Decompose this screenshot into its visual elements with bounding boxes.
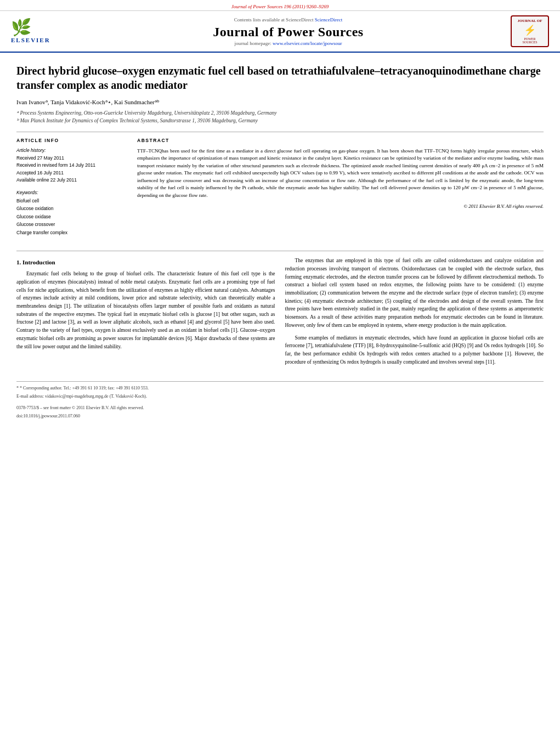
history-group: Article history: Received 27 May 2011 Re… <box>16 148 126 184</box>
intro-text-left: Enzymatic fuel cells belong to the group… <box>16 270 275 350</box>
doi-note: doi:10.1016/j.jpowsour.2011.07.060 <box>16 413 544 420</box>
keyword-2: Glucose oxidation <box>16 205 126 212</box>
history-label: Article history: <box>16 148 126 153</box>
badge-icon: ⚡ <box>514 24 546 36</box>
abstract-text: TTF–TCNQhas been used for the first time… <box>137 148 544 200</box>
intro-para-3: Some examples of mediators in enzymatic … <box>285 334 544 366</box>
badge-title-line1: JOURNAL OF <box>514 19 546 23</box>
body-col-left: 1. Introduction Enzymatic fuel cells bel… <box>16 257 275 370</box>
keyword-3: Glucose oxidase <box>16 213 126 220</box>
abstract-paragraph: TTF–TCNQhas been used for the first time… <box>137 148 544 200</box>
footnote-corresponding: * * Corresponding author. Tel.: +49 391 … <box>16 385 544 392</box>
journal-top-bar: Journal of Power Sources 196 (2011) 9260… <box>0 0 560 11</box>
authors: Ivan Ivanovᵃ, Tanja Vidaković-Kochᵃ⋆, Ka… <box>16 99 544 106</box>
dates-group: Received 27 May 2011 Received in revised… <box>16 155 126 184</box>
page-footer: * * Corresponding author. Tel.: +49 391 … <box>16 381 544 420</box>
elsevier-tree-icon: 🌿 <box>11 19 31 36</box>
article-info-col: ARTICLE INFO Article history: Received 2… <box>16 138 126 242</box>
abstract-col: ABSTRACT TTF–TCNQhas been used for the f… <box>137 138 544 242</box>
sciencedirect-link: Contents lists available at ScienceDirec… <box>77 17 500 22</box>
intro-heading-title: Introduction <box>22 259 55 265</box>
accepted-date: Accepted 16 July 2011 <box>16 169 126 177</box>
intro-text-right: The enzymes that are employed in this ty… <box>285 257 544 366</box>
keywords-list: Biofuel cell Glucose oxidation Glucose o… <box>16 197 126 236</box>
divider-2 <box>16 251 544 251</box>
keywords-group: Keywords: Biofuel cell Glucose oxidation… <box>16 190 126 236</box>
footer-copyright-row: 0378-7753/$ – see front matter © 2011 El… <box>16 405 544 420</box>
badge-box: JOURNAL OF ⚡ POWER SOURCES <box>511 15 549 47</box>
intro-para-2: The enzymes that are employed in this ty… <box>285 257 544 329</box>
intro-heading: 1. Introduction <box>16 259 275 265</box>
journal-badge: JOURNAL OF ⚡ POWER SOURCES <box>511 15 549 47</box>
copyright: © 2011 Elsevier B.V. All rights reserved… <box>137 203 544 209</box>
intro-para-1: Enzymatic fuel cells belong to the group… <box>16 270 275 350</box>
corresponding-note: * Corresponding author. Tel.: +49 391 61… <box>20 386 149 391</box>
issn-note: 0378-7753/$ – see front matter © 2011 El… <box>16 405 544 412</box>
affiliations: ᵃ Process Systems Engineering, Otto-von-… <box>16 109 544 125</box>
affiliation-a: ᵃ Process Systems Engineering, Otto-von-… <box>16 109 544 117</box>
journal-homepage: journal homepage: www.elsevier.com/locat… <box>77 41 500 46</box>
abstract-label: ABSTRACT <box>137 138 544 143</box>
journal-center: Contents lists available at ScienceDirec… <box>77 17 500 46</box>
body-content: 1. Introduction Enzymatic fuel cells bel… <box>16 257 544 370</box>
divider-1 <box>16 132 544 132</box>
keyword-5: Charge transfer complex <box>16 229 126 236</box>
main-content: Direct hybrid glucose–oxygen enzymatic f… <box>0 53 560 432</box>
article-title: Direct hybrid glucose–oxygen enzymatic f… <box>16 64 544 92</box>
sciencedirect-url[interactable]: ScienceDirect <box>315 17 342 22</box>
affiliation-b: ᵇ Max Planck Institute for Dynamics of C… <box>16 117 544 125</box>
footnote-email: E-mail address: vidakovic@mpi-magdeburg.… <box>16 393 544 400</box>
journal-header: 🌿 ELSEVIER Contents lists available at S… <box>0 11 560 53</box>
elsevier-brand-text: ELSEVIER <box>11 37 50 43</box>
badge-title-line3: SOURCES <box>514 41 546 44</box>
available-online-date: Available online 22 July 2011 <box>16 177 126 184</box>
received-revised-date: Received in revised form 14 July 2011 <box>16 162 126 169</box>
keyword-4: Glucose crossover <box>16 220 126 228</box>
journal-reference: Journal of Power Sources 196 (2011) 9260… <box>231 4 329 9</box>
homepage-url[interactable]: www.elsevier.com/locate/jpowsour <box>273 41 342 46</box>
received-date: Received 27 May 2011 <box>16 155 126 162</box>
article-info-abstract: ARTICLE INFO Article history: Received 2… <box>16 138 544 242</box>
journal-title: Journal of Power Sources <box>77 25 500 39</box>
keywords-label: Keywords: <box>16 190 126 195</box>
keyword-1: Biofuel cell <box>16 197 126 205</box>
article-info-label: ARTICLE INFO <box>16 138 126 143</box>
body-col-right: The enzymes that are employed in this ty… <box>285 257 544 370</box>
elsevier-logo: 🌿 ELSEVIER <box>11 19 66 43</box>
